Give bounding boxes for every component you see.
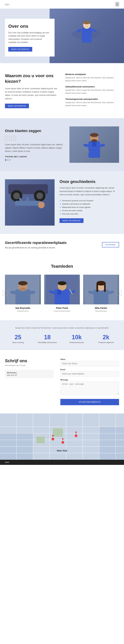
team-member-3-name: Mila Parker	[83, 307, 119, 309]
team-prev-button[interactable]: ←	[2, 291, 8, 296]
history-image	[5, 179, 54, 226]
why-description: Lorem ipsum dolor sit amet, consectetur …	[5, 87, 59, 100]
testimonials-section: Onze klanten zeggen ← → Lorem ipsum dolo…	[0, 118, 124, 171]
stats-section: Sample text. Click to select the Text El…	[0, 320, 124, 350]
certification-title: Gecertificeerde reparatiewerkplaats	[5, 240, 67, 245]
history-check-5: ✓Duis aute irure dolor	[60, 213, 119, 215]
team-member-3-photo	[83, 275, 119, 304]
footer-left: footer	[5, 462, 9, 463]
dot-3[interactable]	[9, 159, 10, 161]
svg-point-27	[20, 288, 26, 290]
hero-description: Dit is een zeer praktijke beschuldiging …	[8, 31, 50, 44]
message-form-group: Message	[60, 379, 119, 395]
testimonials-content: Onze klanten zeggen ← → Lorem ipsum dolo…	[5, 129, 64, 161]
history-check-4: ✓Ut enim ad minim veniam	[60, 210, 119, 212]
team-member-2: Peter Pouli Onderhoudsmonteur	[44, 275, 80, 312]
svg-rect-43	[104, 284, 106, 292]
svg-point-9	[90, 133, 98, 137]
nat-reynolds-photo	[5, 275, 41, 304]
certification-section: Gecertificeerde reparatiewerkplaats Wij …	[0, 234, 124, 256]
svg-rect-62	[36, 436, 45, 443]
team-section: Teamleden ←	[0, 256, 124, 320]
svg-point-64	[52, 438, 54, 440]
hero-title: Over ons	[8, 24, 50, 29]
testimonials-next-button[interactable]: →	[11, 136, 16, 141]
stat-item-2: 18 Geweldige werknemers	[34, 334, 60, 344]
name-input[interactable]	[60, 361, 119, 366]
hero-section: Over ons Dit is een zeer praktijke besch…	[0, 8, 124, 63]
testimonials-image-inner	[70, 126, 119, 163]
stats-grid: 25 Jaren ervaring 18 Geweldige werknemer…	[5, 334, 119, 344]
name-label: Name	[60, 358, 119, 360]
certification-left: Gecertificeerde reparatiewerkplaats Wij …	[5, 240, 67, 249]
history-cta-button[interactable]: MEER INFORMATIE	[60, 218, 84, 223]
stat-label-3: Onderhoudssures	[64, 342, 90, 344]
stat-label-1: Jaren ervaring	[5, 342, 31, 344]
svg-rect-61	[53, 428, 63, 436]
team-member-1-role: Autotechnicus	[5, 310, 41, 312]
email-form-group: Email	[60, 368, 119, 376]
svg-rect-48	[99, 427, 124, 460]
svg-text:New York: New York	[57, 449, 67, 452]
team-grid: ← Nat Reynold	[5, 275, 119, 312]
navigation: logo ☰	[0, 0, 124, 8]
svg-point-66	[75, 434, 78, 437]
testimonials-prev-button[interactable]: ←	[5, 136, 10, 141]
hero-content-box: Over ons Dit is een zeer praktijke besch…	[5, 19, 54, 56]
check-icon-1: ✓	[60, 200, 61, 202]
history-check-2: ✓Gravida in fermentum et sollicitudin	[60, 203, 119, 205]
svg-point-33	[58, 281, 66, 285]
team-title: Teamleden	[5, 264, 119, 269]
testimonials-quote: Lorem ipsum dolor sit amet, consectetur …	[5, 143, 64, 153]
why-feature-1: Moderne werkplaats Sample text. Click to…	[65, 73, 119, 82]
svg-point-3	[83, 21, 90, 24]
hero-image-inner	[50, 8, 124, 63]
why-feature-2: Gekwalificeerde werknemers Sample text. …	[65, 86, 119, 94]
logo: logo	[5, 3, 9, 6]
team-member-3: Mila Parker Dieselmonteur	[83, 275, 119, 312]
why-features: Moderne werkplaats Sample text. Click to…	[65, 73, 119, 108]
stat-number-3: 10k	[64, 334, 90, 341]
dot-1[interactable]	[5, 159, 6, 161]
contact-title: Schrijf ons	[5, 358, 54, 364]
history-content: Onze geschiedenis Lorem ipsum dolor sit …	[60, 179, 119, 223]
svg-rect-42	[96, 284, 98, 292]
hero-image	[50, 8, 124, 63]
team-next-button[interactable]: →	[116, 291, 122, 296]
testimonials-image	[70, 126, 119, 163]
map-section: New York	[0, 414, 124, 460]
hamburger-menu-button[interactable]: ☰	[116, 2, 119, 6]
why-feature-2-title: Gekwalificeerde werknemers	[65, 86, 119, 88]
certification-description: Wij zijn gecertificeerd om uw voertuig p…	[5, 246, 67, 249]
history-title: Onze geschiedenis	[60, 179, 119, 184]
testimonials-author: TRUONG MET LARSON	[5, 156, 64, 158]
dot-2[interactable]	[7, 159, 8, 161]
email-input[interactable]	[60, 371, 119, 376]
team-member-3-role: Dieselmonteur	[83, 310, 119, 312]
certification-btn[interactable]: AFSPRAAK	[102, 242, 119, 248]
svg-rect-1	[82, 28, 92, 42]
check-icon-4: ✓	[60, 210, 61, 212]
stat-item-1: 25 Jaren ervaring	[5, 334, 31, 344]
svg-point-18	[36, 192, 43, 199]
svg-rect-31	[54, 289, 70, 304]
hero-cta-button[interactable]: MEER INFORMATIE	[8, 47, 32, 52]
peter-pouli-photo	[44, 275, 80, 304]
mechanic-hero-illustration	[70, 13, 103, 59]
team-member-1: Nat Reynolds Autotechnicus	[5, 275, 41, 312]
why-feature-2-desc: Sample text. Click to select the Text El…	[65, 89, 119, 94]
submit-button[interactable]: STUUR EEN BERICHT	[60, 399, 119, 405]
mila-parker-photo	[83, 275, 119, 304]
check-icon-2: ✓	[60, 203, 61, 205]
stats-description: Sample text. Click to select the Text El…	[5, 327, 119, 329]
why-feature-1-title: Moderne werkplaats	[65, 73, 119, 76]
why-cta-button[interactable]: MEER INFORMATIE	[5, 104, 29, 108]
why-feature-3: Toonaangevende autospecialist Sample tex…	[65, 98, 119, 107]
check-icon-5: ✓	[60, 213, 61, 215]
svg-point-16	[13, 192, 20, 199]
contact-info-card: Werkstatus New York, NY	[5, 370, 54, 378]
message-input[interactable]	[60, 382, 119, 395]
map-background: New York	[0, 414, 124, 460]
contact-info-title: Werkstatus	[7, 372, 52, 374]
contact-info-address: New York, NY	[7, 374, 52, 376]
